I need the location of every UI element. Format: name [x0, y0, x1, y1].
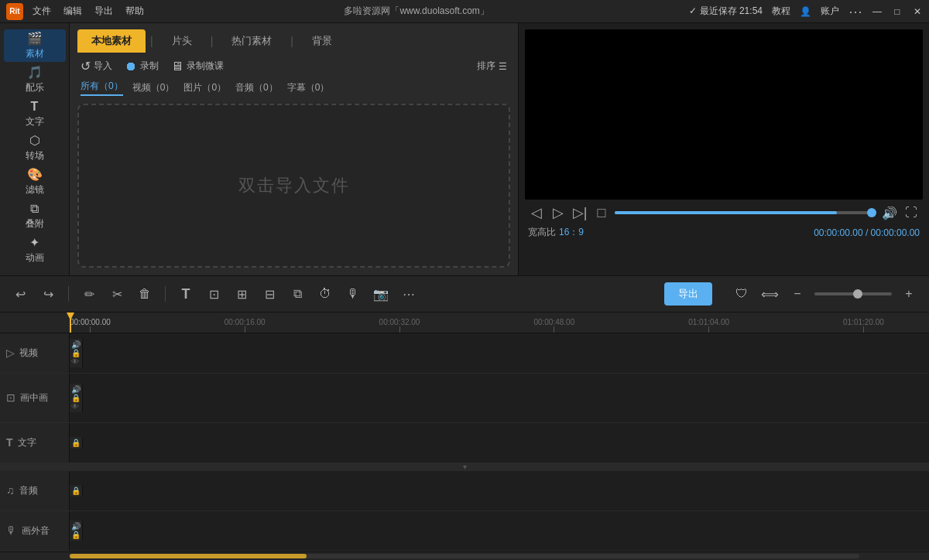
collapse-icon[interactable]: ▾	[463, 463, 467, 471]
menu-help[interactable]: 帮助	[125, 5, 144, 18]
audio-toggle-video[interactable]: 🔊	[71, 340, 81, 349]
camera-btn[interactable]: 📷	[370, 283, 392, 305]
filter-all[interactable]: 所有（0）	[81, 80, 123, 96]
close-btn[interactable]: ✕	[912, 6, 923, 17]
sidebar-label-music: 配乐	[26, 81, 44, 94]
sidebar-item-music[interactable]: 🎵 配乐	[4, 63, 66, 96]
aspect-label: 宽高比	[528, 226, 556, 239]
zoom-in-btn[interactable]: +	[898, 283, 920, 305]
time-current: 00:00:00.00	[814, 227, 862, 238]
toolbar-sep-1	[68, 286, 69, 302]
tick-3	[554, 326, 554, 333]
media-tabs: 本地素材 | 片头 | 热门素材 | 背景	[70, 23, 518, 53]
track-voiceover: 🎙 画外音 🔊 🔒	[0, 511, 929, 551]
audio-toggle-pip[interactable]: 🔊	[71, 385, 81, 394]
maximize-btn[interactable]: □	[892, 6, 903, 17]
sort-button[interactable]: 排序 ☰	[477, 60, 507, 73]
tab-intro[interactable]: 片头	[158, 29, 206, 53]
pen-button[interactable]: ✏	[78, 283, 100, 305]
record-micro-button[interactable]: 🖥 录制微课	[171, 60, 224, 73]
filter-image[interactable]: 图片（0）	[183, 81, 226, 94]
sidebar-item-filter[interactable]: 🎨 滤镜	[4, 166, 66, 198]
pip-btn[interactable]: ⊟	[259, 283, 280, 305]
audio-track-icon: ♫	[6, 484, 15, 497]
tutorial-link[interactable]: 教程	[772, 5, 790, 18]
sidebar-item-transition[interactable]: ⬡ 转场	[4, 131, 66, 164]
lock-audio[interactable]: 🔒	[71, 487, 81, 495]
voiceover-track-icon: 🎙	[6, 524, 17, 537]
stop-btn[interactable]: □	[593, 205, 610, 221]
video-track-icon: ▷	[6, 347, 15, 359]
fullscreen-btn[interactable]: ⛶	[903, 206, 920, 220]
audio-toggle-voiceover[interactable]: 🔊	[71, 522, 81, 531]
sidebar-item-overlay[interactable]: ⧉ 叠附	[4, 200, 66, 232]
tab-local[interactable]: 本地素材	[77, 29, 146, 53]
ruler-time-1: 00:00:16.00	[225, 318, 266, 326]
media-drop-area[interactable]: 双击导入文件	[77, 104, 510, 268]
account-link[interactable]: 账户	[821, 5, 839, 18]
save-status: ✓ 最近保存 21:54	[689, 5, 763, 18]
minimize-btn[interactable]: —	[872, 6, 883, 17]
import-button[interactable]: ↺ 导入	[81, 59, 112, 73]
filter-icon: 🎨	[27, 167, 43, 182]
lock-pip[interactable]: 🔒	[71, 394, 81, 402]
pip-track-icon: ⊡	[6, 391, 15, 404]
zoom-slider[interactable]	[814, 292, 892, 295]
media-toolbar: ↺ 导入 ⏺ 录制 🖥 录制微课 排序 ☰	[70, 53, 518, 80]
ruler-time-3: 00:00:48.00	[533, 318, 574, 326]
lock-text[interactable]: 🔒	[71, 439, 81, 447]
fit-btn[interactable]: ⟺	[759, 283, 780, 305]
sidebar-item-animation[interactable]: ✦ 动画	[4, 234, 66, 266]
menu-export[interactable]: 导出	[94, 5, 113, 18]
track-collapse-row: ▾	[0, 463, 929, 471]
filter-audio[interactable]: 音频（0）	[235, 81, 278, 94]
zoom-out-btn[interactable]: −	[787, 283, 808, 305]
tick-0	[90, 326, 91, 333]
volume-btn[interactable]: 🔊	[881, 206, 898, 220]
transform-btn[interactable]: ⊞	[231, 283, 252, 305]
filter-subtitle[interactable]: 字幕（0）	[287, 81, 330, 94]
timeline-scrollbar	[0, 551, 929, 560]
filter-video[interactable]: 视频（0）	[132, 81, 175, 94]
menu-edit[interactable]: 编辑	[63, 5, 82, 18]
tab-hot[interactable]: 热门素材	[218, 29, 286, 53]
export-button[interactable]: 导出	[664, 282, 712, 306]
sidebar-item-text[interactable]: T 文字	[4, 97, 66, 130]
progress-bar[interactable]	[615, 211, 876, 214]
tab-sep-1: |	[150, 35, 153, 47]
duplicate-btn[interactable]: ⧉	[286, 283, 308, 305]
sidebar-item-media[interactable]: 🎬 素材	[4, 29, 66, 62]
record-button[interactable]: ⏺ 录制	[125, 60, 159, 73]
menu-file[interactable]: 文件	[33, 5, 51, 18]
text-tool-btn[interactable]: T	[175, 283, 197, 305]
ruler-time-2: 00:00:32.00	[379, 318, 420, 326]
ruler-mark-3: 00:00:48.00	[533, 318, 574, 333]
delete-button[interactable]: 🗑	[134, 283, 156, 305]
tick-4	[708, 326, 709, 333]
lock-voiceover[interactable]: 🔒	[71, 531, 81, 539]
eye-pip[interactable]: 👁	[71, 402, 81, 411]
next-frame-btn[interactable]: ▷|	[571, 204, 588, 221]
text-icon: T	[31, 100, 39, 114]
more-btn[interactable]: ⋯	[848, 3, 862, 20]
play-btn[interactable]: ▷	[550, 204, 567, 221]
cut-button[interactable]: ✂	[106, 283, 128, 305]
track-pip: ⊡ 画中画 🔊 🔒 👁	[0, 374, 929, 423]
mic-btn[interactable]: 🎙	[342, 283, 364, 305]
tab-background[interactable]: 背景	[298, 29, 346, 53]
track-content-pip	[83, 374, 929, 422]
scrollbar-track[interactable]	[70, 554, 859, 558]
track-label-video: ▷ 视频	[0, 333, 70, 373]
more-tools-btn[interactable]: ⋯	[398, 283, 420, 305]
crop-btn[interactable]: ⊡	[203, 283, 225, 305]
scrollbar-thumb[interactable]	[70, 554, 307, 558]
import-label: 导入	[94, 60, 112, 73]
toolbar-right-controls: 🛡 ⟺ − +	[731, 283, 920, 305]
eye-video[interactable]: 👁	[71, 357, 81, 366]
undo-button[interactable]: ↩	[9, 283, 31, 305]
logo-text: Rit	[9, 7, 19, 15]
prev-frame-btn[interactable]: ◁	[528, 204, 545, 221]
redo-button[interactable]: ↪	[37, 283, 59, 305]
lock-video[interactable]: 🔒	[71, 349, 81, 357]
timer-btn[interactable]: ⏱	[314, 283, 336, 305]
